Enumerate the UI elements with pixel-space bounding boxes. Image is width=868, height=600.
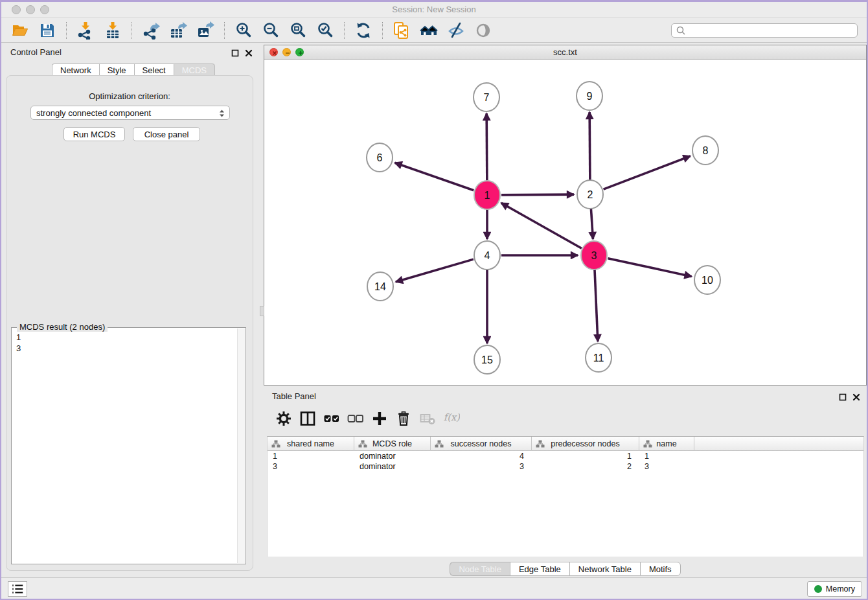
home-view-icon[interactable] bbox=[420, 21, 438, 40]
svg-text:9: 9 bbox=[587, 91, 593, 102]
graph-edge-2-3[interactable] bbox=[591, 209, 593, 239]
column-header-shared-name[interactable]: shared name bbox=[268, 437, 354, 451]
table-cell[interactable]: dominator bbox=[354, 461, 431, 472]
svg-text:8: 8 bbox=[703, 145, 709, 156]
export-image-icon[interactable] bbox=[196, 21, 214, 40]
export-table-icon[interactable] bbox=[169, 21, 187, 40]
table-row[interactable]: 3dominator323 bbox=[268, 461, 863, 472]
column-header-successor-nodes[interactable]: successor nodes bbox=[431, 437, 532, 451]
svg-text:7: 7 bbox=[484, 92, 490, 103]
save-session-icon[interactable] bbox=[38, 21, 56, 40]
select-all-columns-icon[interactable] bbox=[323, 410, 340, 427]
zoom-fit-icon[interactable] bbox=[289, 21, 307, 40]
gear-icon[interactable] bbox=[275, 410, 292, 427]
table-cell[interactable]: 1 bbox=[639, 451, 694, 461]
add-column-icon[interactable] bbox=[371, 410, 388, 427]
table-tabs: Node TableEdge TableNetwork TableMotifs bbox=[264, 562, 867, 576]
graph-node-7[interactable]: 7 bbox=[474, 83, 499, 111]
graph-edge-3-11[interactable] bbox=[595, 270, 598, 341]
function-builder-icon[interactable]: f(x) bbox=[443, 410, 460, 427]
column-header-MCDS-role[interactable]: MCDS role bbox=[354, 437, 431, 451]
open-session-icon[interactable] bbox=[11, 21, 29, 40]
svg-text:6: 6 bbox=[377, 152, 383, 163]
criterion-dropdown[interactable]: strongly connected component bbox=[30, 106, 230, 120]
refresh-view-icon[interactable] bbox=[354, 21, 372, 40]
float-table-panel-icon[interactable] bbox=[839, 392, 847, 400]
graph-edge-1-2[interactable] bbox=[501, 194, 574, 195]
graph-node-14[interactable]: 14 bbox=[367, 272, 393, 301]
table-row[interactable]: 1dominator411 bbox=[268, 451, 863, 461]
close-table-panel-icon[interactable] bbox=[852, 392, 860, 400]
table-cell[interactable]: 2 bbox=[532, 461, 639, 472]
columns-icon[interactable] bbox=[299, 410, 316, 427]
graph-edge-1-6[interactable] bbox=[395, 163, 474, 190]
network-window-titlebar[interactable]: scc.txt bbox=[264, 45, 866, 60]
table-cell[interactable]: 3 bbox=[268, 461, 354, 472]
memory-button[interactable]: Memory bbox=[807, 581, 862, 597]
export-network-icon[interactable] bbox=[142, 21, 160, 40]
status-bar: Memory bbox=[1, 577, 867, 599]
delete-table-icon[interactable] bbox=[419, 410, 436, 427]
table-toolbar: f(x) bbox=[275, 408, 460, 430]
graph-node-10[interactable]: 10 bbox=[694, 266, 720, 294]
graph-node-8[interactable]: 8 bbox=[692, 136, 718, 165]
table-header-row: shared nameMCDS rolesuccessor nodesprede… bbox=[268, 437, 863, 451]
svg-text:3: 3 bbox=[591, 250, 597, 261]
close-panel-button[interactable]: Close panel bbox=[133, 127, 200, 141]
table-tab-node-table[interactable]: Node Table bbox=[450, 562, 510, 576]
delete-column-icon[interactable] bbox=[395, 410, 412, 427]
graph-node-4[interactable]: 4 bbox=[474, 241, 500, 270]
zoom-in-icon[interactable] bbox=[234, 21, 253, 40]
table-cell[interactable]: 3 bbox=[639, 461, 694, 472]
svg-text:10: 10 bbox=[702, 275, 713, 286]
table-cell[interactable]: 4 bbox=[431, 451, 532, 461]
svg-text:15: 15 bbox=[481, 354, 493, 365]
table-cell[interactable]: 3 bbox=[431, 461, 532, 472]
zoom-selected-icon[interactable] bbox=[316, 21, 334, 40]
table-cell[interactable]: 1 bbox=[268, 451, 354, 461]
import-network-icon[interactable] bbox=[76, 21, 95, 40]
splitter-grip[interactable] bbox=[260, 306, 264, 316]
table-cell[interactable]: dominator bbox=[354, 451, 431, 461]
table-tab-network-table[interactable]: Network Table bbox=[569, 562, 640, 576]
graph-edge-1-7[interactable] bbox=[486, 113, 487, 181]
show-graphics-icon[interactable] bbox=[474, 21, 492, 40]
network-graph-canvas[interactable]: 1234678910111415 bbox=[264, 60, 866, 385]
table-tab-edge-table[interactable]: Edge Table bbox=[510, 562, 569, 576]
graph-node-15[interactable]: 15 bbox=[474, 345, 500, 374]
graph-node-9[interactable]: 9 bbox=[577, 82, 602, 110]
table-cell[interactable]: 1 bbox=[532, 451, 639, 461]
copy-network-icon[interactable] bbox=[393, 21, 411, 40]
table-tab-motifs[interactable]: Motifs bbox=[640, 562, 681, 576]
task-history-button[interactable] bbox=[8, 581, 27, 597]
graph-edge-2-8[interactable] bbox=[604, 156, 691, 189]
graph-node-1[interactable]: 1 bbox=[474, 181, 500, 209]
graph-edge-2-9[interactable] bbox=[589, 112, 590, 180]
mcds-result-text[interactable]: 1 3 bbox=[12, 329, 236, 564]
close-panel-icon[interactable] bbox=[245, 48, 253, 56]
title-bar: Session: New Session bbox=[1, 2, 867, 18]
graph-node-3[interactable]: 3 bbox=[581, 241, 607, 270]
graph-node-11[interactable]: 11 bbox=[586, 343, 611, 372]
graph-edge-4-14[interactable] bbox=[396, 259, 474, 282]
graph-edge-3-10[interactable] bbox=[608, 259, 691, 277]
deselect-all-columns-icon[interactable] bbox=[347, 410, 364, 427]
import-table-icon[interactable] bbox=[104, 21, 122, 40]
toolbar-separator bbox=[224, 22, 225, 39]
table-panel: Table Panel bbox=[264, 387, 867, 577]
graph-node-2[interactable]: 2 bbox=[577, 180, 603, 209]
column-header-predecessor-nodes[interactable]: predecessor nodes bbox=[532, 437, 639, 451]
hide-graphics-icon[interactable] bbox=[447, 21, 465, 40]
search-field[interactable] bbox=[671, 23, 858, 38]
column-header-name[interactable]: name bbox=[639, 437, 694, 451]
result-scrollbar[interactable] bbox=[237, 329, 245, 563]
control-panel: Control Panel NetworkStyleSelectMCDS Opt… bbox=[1, 43, 259, 572]
zoom-out-icon[interactable] bbox=[262, 21, 280, 40]
mcds-panel: Optimization criterion: strongly connect… bbox=[6, 75, 253, 571]
search-input[interactable] bbox=[686, 26, 853, 35]
graph-edge-3-1[interactable] bbox=[501, 203, 582, 248]
run-mcds-button[interactable]: Run MCDS bbox=[63, 127, 125, 141]
float-panel-icon[interactable] bbox=[231, 48, 239, 56]
svg-text:1: 1 bbox=[485, 190, 490, 201]
graph-node-6[interactable]: 6 bbox=[367, 143, 393, 172]
